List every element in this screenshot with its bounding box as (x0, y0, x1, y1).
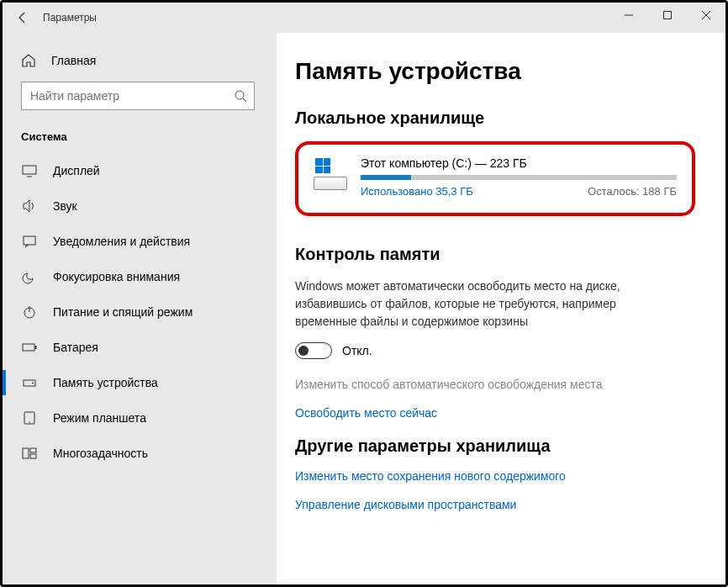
svg-rect-11 (23, 344, 34, 351)
tablet-icon (21, 410, 38, 426)
drive-name: Этот компьютер (C:) — 223 ГБ (361, 156, 677, 170)
sidebar-home-label: Главная (51, 54, 96, 67)
drive-icon (314, 156, 347, 190)
drive-remaining-label: Осталось: 188 ГБ (588, 185, 677, 198)
svg-point-14 (32, 383, 34, 384)
sidebar-item-label: Режим планшета (53, 411, 146, 425)
sidebar-item-label: Дисплей (53, 164, 100, 177)
sidebar-item-display[interactable]: Дисплей (3, 153, 277, 188)
back-button[interactable] (3, 11, 43, 24)
sidebar-item-label: Многозадачность (53, 447, 148, 460)
storage-sense-toggle-label: Откл. (342, 344, 372, 357)
svg-rect-17 (23, 448, 29, 458)
sidebar-item-label: Питание и спящий режим (53, 305, 193, 319)
sidebar-nav: Дисплей Звук Уведомления и действия Фоку… (3, 153, 277, 471)
notifications-icon (21, 234, 38, 249)
more-storage-heading: Другие параметры хранилища (295, 436, 695, 456)
drive-highlight: Этот компьютер (C:) — 223 ГБ Использован… (295, 141, 695, 216)
drive-usage-bar (361, 175, 677, 180)
search-icon (234, 89, 247, 103)
sidebar: Главная Система Дисплей Звук (3, 33, 277, 584)
minimize-button[interactable] (609, 3, 648, 28)
sidebar-item-focus-assist[interactable]: Фокусировка внимания (3, 259, 277, 294)
search-input[interactable] (22, 89, 224, 103)
svg-rect-18 (30, 448, 36, 452)
page-title: Память устройства (295, 58, 695, 85)
svg-rect-1 (664, 12, 672, 19)
display-icon (21, 163, 38, 178)
drive-used-label: Использовано 35,3 ГБ (361, 185, 473, 198)
sidebar-item-label: Уведомления и действия (53, 235, 190, 248)
sidebar-item-label: Фокусировка внимания (53, 270, 180, 283)
sidebar-item-storage[interactable]: Память устройства (3, 365, 277, 400)
sidebar-section-label: Система (3, 122, 277, 153)
content-area: Память устройства Локальное хранилище Эт… (277, 33, 725, 584)
free-space-now-link[interactable]: Освободить место сейчас (295, 406, 695, 420)
svg-rect-8 (24, 236, 35, 245)
sidebar-item-label: Память устройства (53, 376, 158, 389)
storage-sense-description: Windows может автоматически освободить м… (295, 278, 648, 331)
sidebar-item-power-sleep[interactable]: Питание и спящий режим (3, 294, 277, 330)
power-icon (21, 304, 38, 320)
sidebar-item-tablet-mode[interactable]: Режим планшета (3, 400, 277, 436)
storage-sense-toggle[interactable] (295, 342, 332, 359)
svg-rect-12 (35, 346, 37, 349)
sidebar-item-battery[interactable]: Батарея (3, 330, 277, 365)
sidebar-item-label: Батарея (53, 341, 98, 354)
sidebar-item-multitasking[interactable]: Многозадачность (3, 436, 277, 471)
close-button[interactable] (687, 3, 725, 28)
multitasking-icon (21, 446, 38, 461)
svg-point-16 (29, 421, 30, 423)
sidebar-item-label: Звук (53, 199, 77, 213)
local-storage-heading: Локальное хранилище (295, 108, 695, 128)
search-input-wrap[interactable] (21, 82, 255, 110)
svg-rect-6 (23, 166, 36, 174)
change-auto-free-link[interactable]: Изменить способ автоматического освобожд… (295, 378, 695, 391)
sidebar-item-sound[interactable]: Звук (3, 188, 277, 224)
storage-icon (21, 375, 38, 390)
maximize-button[interactable] (648, 3, 687, 28)
manage-storage-spaces-link[interactable]: Управление дисковыми пространствами (295, 498, 695, 511)
storage-sense-heading: Контроль памяти (295, 245, 695, 264)
sidebar-home[interactable]: Главная (3, 45, 277, 77)
svg-rect-19 (30, 454, 36, 458)
home-icon (21, 53, 36, 68)
window-title: Параметры (43, 12, 97, 24)
battery-icon (21, 340, 38, 355)
svg-line-5 (243, 98, 246, 102)
title-bar: Параметры (3, 3, 725, 33)
focus-assist-icon (21, 269, 38, 284)
sidebar-item-notifications[interactable]: Уведомления и действия (3, 224, 277, 259)
drive-c-row[interactable]: Этот компьютер (C:) — 223 ГБ Использован… (314, 156, 677, 198)
sound-icon (21, 198, 38, 214)
svg-point-4 (235, 91, 244, 99)
change-save-location-link[interactable]: Изменить место сохранения нового содержи… (295, 469, 695, 483)
